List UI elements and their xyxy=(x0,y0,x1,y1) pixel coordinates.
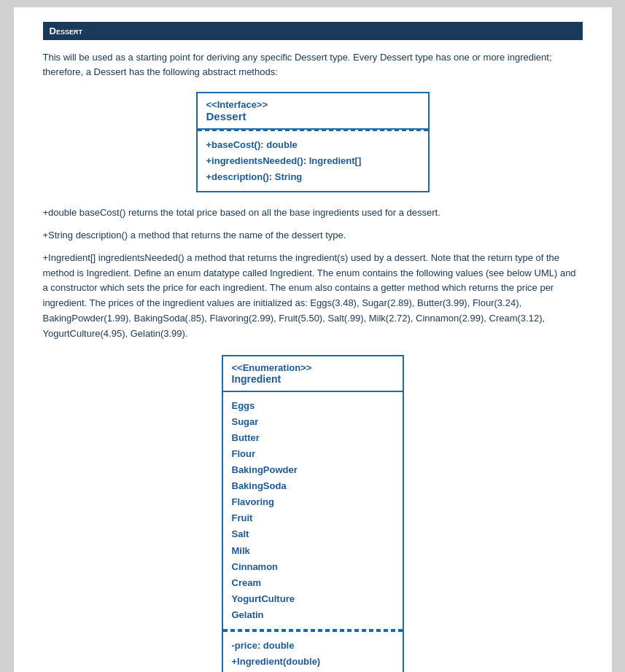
uml-classname: Dessert xyxy=(206,110,419,122)
interface-uml-box: <<Interface>> Dessert +baseCost(): doubl… xyxy=(196,92,430,192)
uml-method-2: +ingredientsNeeded(): Ingredient[] xyxy=(206,153,419,169)
enum-method-constructor: +Ingredient(double) xyxy=(232,654,394,670)
uml-header: <<Interface>> Dessert xyxy=(198,93,428,130)
enum-item-flour: Flour xyxy=(232,446,394,462)
enum-item-bakingsoda: BakingSoda xyxy=(232,478,394,494)
enum-item-butter: Butter xyxy=(232,430,394,446)
enum-item-flavoring: Flavoring xyxy=(232,494,394,510)
enum-item-yogurtculture: YogurtCulture xyxy=(232,591,394,607)
enum-header: <<Enumeration>> Ingredient xyxy=(223,356,403,392)
enum-item-cinnamon: Cinnamon xyxy=(232,559,394,575)
description-3: +Ingredient[] ingredientsNeeded() a meth… xyxy=(43,251,583,342)
enum-item-gelatin: Gelatin xyxy=(232,607,394,623)
enum-uml-box: <<Enumeration>> Ingredient Eggs Sugar Bu… xyxy=(222,355,404,672)
enum-item-salt: Salt xyxy=(232,526,394,542)
enum-classname: Ingredient xyxy=(232,373,394,385)
uml-stereotype: <<Interface>> xyxy=(206,99,419,110)
description-2: +String description() a method that retu… xyxy=(43,228,583,243)
uml-method-3: +description(): String xyxy=(206,169,419,185)
uml-methods: +baseCost(): double +ingredientsNeeded()… xyxy=(198,130,428,191)
enum-item-eggs: Eggs xyxy=(232,398,394,414)
enum-item-milk: Milk xyxy=(232,543,394,559)
enum-stereotype: <<Enumeration>> xyxy=(232,362,394,373)
enum-field-price: -price: double xyxy=(232,638,394,654)
enum-uml-container: <<Enumeration>> Ingredient Eggs Sugar Bu… xyxy=(43,355,583,672)
enum-item-cream: Cream xyxy=(232,575,394,591)
intro-paragraph: This will be used as a starting point fo… xyxy=(43,50,583,79)
enum-item-bakingpowder: BakingPowder xyxy=(232,462,394,478)
section-header: Dessert xyxy=(43,22,583,40)
page: Dessert This will be used as a starting … xyxy=(14,7,612,672)
description-1: +double baseCost() returns the total pri… xyxy=(43,206,583,221)
enum-item-fruit: Fruit xyxy=(232,510,394,526)
enum-item-sugar: Sugar xyxy=(232,414,394,430)
uml-method-1: +baseCost(): double xyxy=(206,137,419,153)
header-title: Dessert xyxy=(50,26,82,36)
enum-items-list: Eggs Sugar Butter Flour BakingPowder Bak… xyxy=(223,392,403,630)
interface-uml-container: <<Interface>> Dessert +baseCost(): doubl… xyxy=(43,92,583,192)
enum-fields-methods: -price: double +Ingredient(double) +getP… xyxy=(223,630,403,672)
